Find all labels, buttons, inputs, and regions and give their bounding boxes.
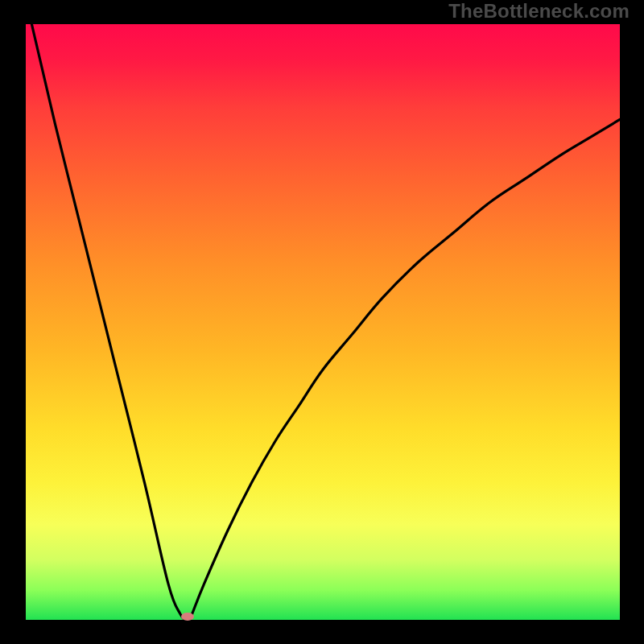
plot-background-gradient	[26, 24, 620, 620]
chart-frame: TheBottleneck.com	[0, 0, 644, 644]
minimum-marker	[181, 613, 194, 621]
watermark-text: TheBottleneck.com	[448, 0, 630, 23]
